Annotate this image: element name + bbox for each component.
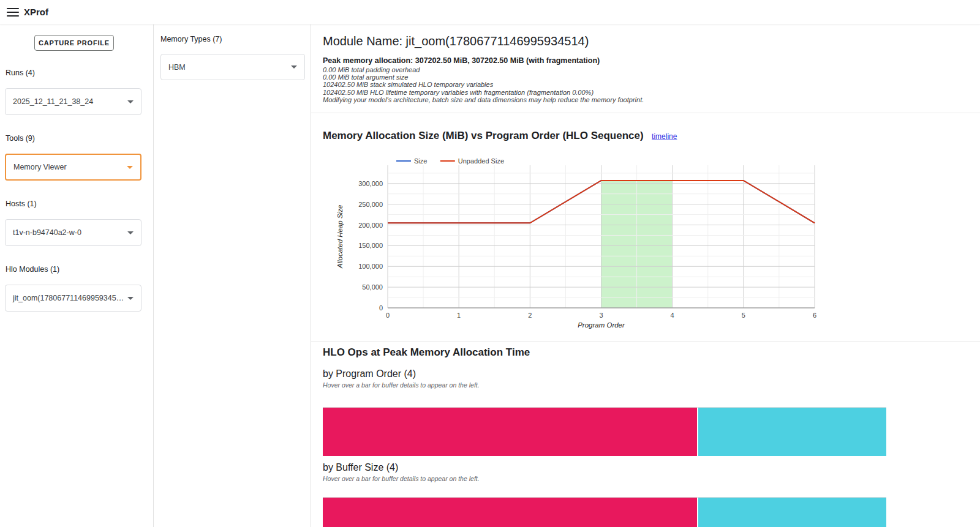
chevron-down-icon (127, 297, 134, 300)
menu-icon[interactable] (7, 8, 19, 17)
detail-line: 102402.50 MiB HLO lifetime temporary var… (323, 89, 965, 96)
y-tick-label: 300,000 (358, 180, 383, 187)
hosts-select[interactable]: t1v-n-b94740a2-w-0 (5, 219, 141, 246)
detail-line: 102402.50 MiB stack simulated HLO tempor… (323, 81, 965, 88)
chevron-down-icon (127, 231, 134, 234)
detail-line: 0.00 MiB total padding overhead (323, 66, 965, 73)
top-app-bar: XProf (0, 0, 980, 24)
x-tick-label: 4 (671, 312, 674, 319)
hlo-ops-section: HLO Ops at Peak Memory Allocation Time b… (311, 346, 980, 527)
detail-line: 0.00 MiB total argument size (323, 73, 965, 81)
x-axis-title: Program Order (578, 321, 625, 329)
by-program-order-heading: by Program Order (4) (323, 368, 980, 379)
memory-allocation-chart: 050,000100,000150,000200,000250,000300,0… (323, 155, 874, 334)
legend-label: Unpadded Size (458, 157, 504, 165)
memory-types-panel: Memory Types (7) HBM (154, 24, 311, 527)
memory-chart-section: Memory Allocation Size (MiB) vs Program … (311, 113, 980, 342)
runs-select[interactable]: 2025_12_11_21_38_24 (5, 88, 141, 115)
hlo-op-bar-segment[interactable] (323, 408, 697, 456)
y-tick-label: 50,000 (362, 283, 383, 291)
memory-detail-lines: 0.00 MiB total padding overhead 0.00 MiB… (323, 66, 965, 103)
hlo-op-bar-segment[interactable] (323, 498, 697, 527)
x-tick-label: 1 (457, 312, 461, 319)
x-tick-label: 2 (528, 312, 532, 319)
by-buffer-size-heading: by Buffer Size (4) (323, 462, 980, 473)
memory-type-select[interactable]: HBM (160, 54, 305, 80)
hlo-ops-bar-by-program-order (323, 407, 886, 456)
hlo-modules-select-value: jit_oom(17806771146995934514) (6, 294, 126, 302)
x-tick-label: 0 (386, 312, 390, 319)
y-tick-label: 150,000 (358, 242, 383, 249)
peak-memory-line: Peak memory allocation: 307202.50 MiB, 3… (323, 56, 965, 65)
chevron-down-icon (127, 100, 134, 103)
chart-title: Memory Allocation Size (MiB) vs Program … (323, 130, 644, 141)
y-tick-label: 100,000 (358, 263, 383, 270)
memory-type-select-value: HBM (161, 63, 290, 72)
hover-hint: Hover over a bar for buffer details to a… (323, 475, 980, 482)
y-tick-label: 200,000 (358, 222, 383, 229)
y-axis-title: Allocated Heap Size (336, 205, 344, 269)
module-info-block: Module Name: jit_oom(1780677114699593451… (311, 24, 980, 113)
y-tick-label: 0 (379, 304, 383, 312)
runs-select-value: 2025_12_11_21_38_24 (6, 97, 126, 106)
x-tick-label: 6 (813, 312, 816, 319)
main-content: Module Name: jit_oom(1780677114699593451… (311, 24, 980, 527)
tools-label: Tools (9) (6, 134, 35, 143)
hlo-op-bar-segment[interactable] (698, 498, 886, 527)
detail-line: Modifying your model's architecture, bat… (323, 96, 965, 103)
timeline-link[interactable]: timeline (652, 132, 677, 141)
tools-select[interactable]: Memory Viewer (5, 154, 141, 181)
hlo-ops-bar-by-buffer-size (323, 497, 886, 527)
hosts-label: Hosts (1) (6, 200, 37, 208)
memory-types-label: Memory Types (7) (160, 35, 222, 43)
x-tick-label: 5 (742, 312, 745, 319)
hover-hint: Hover over a bar for buffer details to a… (323, 381, 980, 389)
hlo-modules-label: Hlo Modules (1) (6, 265, 59, 274)
module-name-title: Module Name: jit_oom(1780677114699593451… (323, 34, 965, 48)
tools-select-value: Memory Viewer (6, 163, 126, 171)
hlo-ops-title: HLO Ops at Peak Memory Allocation Time (323, 346, 980, 359)
app-title: XProf (24, 7, 48, 17)
chevron-down-icon (127, 166, 133, 169)
hosts-select-value: t1v-n-b94740a2-w-0 (6, 228, 126, 237)
hlo-modules-select[interactable]: jit_oom(17806771146995934514) (5, 285, 141, 312)
capture-profile-button[interactable]: CAPTURE PROFILE (34, 35, 114, 51)
chevron-down-icon (291, 65, 297, 69)
x-tick-label: 3 (599, 312, 603, 319)
legend-label: Size (414, 157, 427, 165)
hlo-op-bar-segment[interactable] (698, 408, 886, 456)
y-tick-label: 250,000 (358, 201, 383, 208)
sidebar: CAPTURE PROFILE Runs (4) 2025_12_11_21_3… (0, 24, 154, 527)
runs-label: Runs (4) (6, 69, 35, 77)
